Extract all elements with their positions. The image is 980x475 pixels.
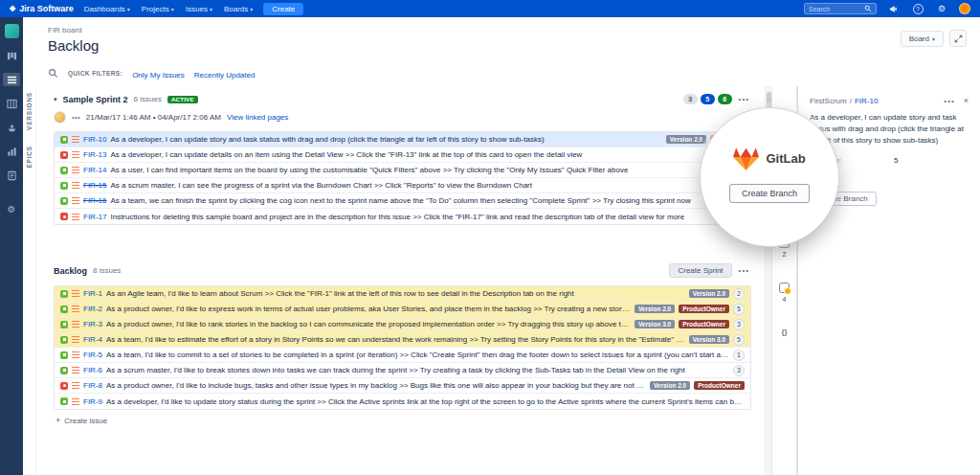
issue-summary: Instructions for deleting this sample bo… — [110, 213, 745, 221]
issue-row[interactable]: FIR-2As a product owner, I'd like to exp… — [55, 302, 750, 317]
detail-issue-key-link[interactable]: FIR-10 — [855, 97, 878, 105]
glance-links[interactable]: 4 — [772, 283, 796, 303]
issue-key-link[interactable]: FIR-4 — [83, 335, 102, 344]
create-issue-label: Create issue — [64, 417, 107, 425]
releases-ship-icon[interactable] — [3, 121, 20, 134]
expand-icon — [954, 34, 963, 43]
backlog-main: ▾ Sample Sprint 2 6 issues ACTIVE 356 ••… — [36, 86, 765, 475]
topnav-menus: Dashboards▾Projects▾Issues▾Boards▾ — [84, 5, 254, 13]
estimate-value[interactable]: 5 — [894, 156, 898, 165]
backlog-icon[interactable] — [3, 73, 20, 86]
jira-logo[interactable]: ◆ Jira Software — [10, 4, 74, 13]
detail-more-icon[interactable]: ••• — [942, 97, 956, 105]
backlog-issue-count: 8 issues — [93, 266, 121, 275]
announcements-icon[interactable] — [887, 2, 901, 15]
create-issue-button[interactable]: + Create issue — [54, 416, 751, 425]
owner-lozenge: ProductOwner — [679, 320, 729, 328]
collapse-caret-icon[interactable]: ▾ — [54, 96, 57, 103]
project-avatar[interactable] — [5, 24, 19, 38]
quick-filter-link[interactable]: Only My Issues — [132, 71, 185, 79]
detail-panel-actions: ••• × — [942, 96, 969, 105]
issue-summary: As a developer, I can update story and t… — [110, 135, 661, 144]
sprint-issue-list: FIR-10As a developer, I can update story… — [54, 131, 751, 225]
issue-row[interactable]: FIR-10As a developer, I can update story… — [55, 132, 750, 147]
vertical-tab-versions[interactable]: VERSIONS — [26, 92, 33, 130]
issue-key-link[interactable]: FIR-17 — [83, 213, 106, 221]
breadcrumb[interactable]: FIR board — [48, 26, 967, 34]
issue-row[interactable]: FIR-4As a team, I'd like to estimate the… — [55, 332, 750, 348]
quick-filters-label: QUICK FILTERS: — [68, 70, 122, 77]
app-sidebar: ⚙ — [0, 17, 23, 475]
issue-row[interactable]: FIR-13As a developer, I can update detai… — [55, 147, 750, 163]
issue-key-link[interactable]: FIR-9 — [83, 397, 102, 406]
issue-row[interactable]: FIR-3As a product owner, I'd like to ran… — [55, 317, 750, 332]
issue-row[interactable]: FIR-14As a user, I can find important it… — [55, 163, 750, 178]
create-button[interactable]: Create — [263, 3, 303, 15]
assignee-avatar[interactable] — [54, 111, 66, 124]
issue-key-link[interactable]: FIR-13 — [83, 150, 106, 159]
view-linked-pages-link[interactable]: View linked pages — [227, 113, 288, 122]
issue-row[interactable]: FIR-9As a developer, I'd like to update … — [55, 394, 750, 409]
fullscreen-toggle-button[interactable] — [949, 30, 967, 47]
board-settings-gear-icon[interactable]: ⚙ — [8, 204, 16, 215]
create-sprint-button[interactable]: Create Sprint — [669, 263, 731, 278]
issue-row[interactable]: FIR-6As a scrum master, I'd like to brea… — [55, 363, 750, 378]
search-placeholder: Search — [809, 6, 830, 12]
issue-key-link[interactable]: FIR-5 — [83, 351, 102, 359]
backlog-name: Backlog — [54, 266, 87, 276]
brand-name: Jira Software — [19, 4, 74, 13]
issue-key-link[interactable]: FIR-8 — [83, 381, 102, 390]
gitlab-brand: GitLab — [733, 147, 805, 170]
nav-menu-boards[interactable]: Boards▾ — [224, 5, 253, 13]
help-icon[interactable]: ? — [911, 2, 924, 15]
avatar-overflow-icon[interactable]: ••• — [72, 114, 80, 121]
glance-code[interactable]: {} — [772, 328, 796, 336]
issue-row[interactable]: FIR-15As a scrum master, I can see the p… — [55, 178, 750, 193]
issue-key-link[interactable]: FIR-10 — [83, 135, 106, 144]
issue-row[interactable]: FIR-8As a product owner, I'd like to inc… — [55, 378, 750, 394]
detail-project-link[interactable]: FirstScrum — [810, 97, 847, 105]
detail-panel-header: FirstScrum / FIR-10 ••• × — [810, 96, 969, 105]
vertical-tab-epics[interactable]: EPICS — [26, 146, 33, 169]
issue-summary: As an Agile team, I'd like to learn abou… — [106, 289, 685, 298]
sprint-more-icon[interactable]: ••• — [737, 95, 751, 103]
issue-row[interactable]: FIR-1As an Agile team, I'd like to learn… — [55, 286, 750, 302]
nav-menu-issues[interactable]: Issues▾ — [186, 5, 212, 13]
close-icon[interactable]: × — [964, 96, 969, 105]
sprint-issue-count: 6 issues — [134, 95, 162, 103]
issue-key-link[interactable]: FIR-16 — [83, 196, 106, 205]
issue-key-link[interactable]: FIR-1 — [83, 289, 102, 298]
issue-key-link[interactable]: FIR-15 — [83, 181, 106, 190]
panel-tabs: VERSIONSEPICS — [23, 86, 36, 475]
nav-menu-dashboards[interactable]: Dashboards▾ — [84, 5, 130, 13]
quick-filters: Only My IssuesRecently Updated — [132, 64, 264, 81]
priority-icon — [72, 336, 79, 343]
active-sprints-icon[interactable] — [3, 97, 20, 110]
issue-row[interactable]: FIR-16As a team, we can finish the sprin… — [55, 193, 750, 209]
issue-row[interactable]: FIR-17Instructions for deleting this sam… — [55, 209, 750, 224]
user-avatar[interactable] — [959, 3, 970, 14]
jira-logo-icon: ◆ — [10, 5, 15, 12]
quick-filter-link[interactable]: Recently Updated — [194, 71, 256, 79]
board-grid-icon[interactable] — [3, 49, 20, 62]
issue-key-link[interactable]: FIR-3 — [83, 320, 102, 328]
sprint-count-badge-inprogress: 5 — [701, 94, 715, 104]
caret-down-icon: ▾ — [210, 6, 212, 12]
search-input[interactable]: Search — [804, 3, 877, 14]
board-button-label: Board — [909, 34, 929, 43]
issue-summary: As a product owner, I'd like to express … — [106, 305, 631, 313]
create-branch-button-zoomed[interactable]: Create Branch — [729, 184, 810, 203]
settings-gear-icon[interactable]: ⚙ — [935, 2, 948, 15]
issue-key-link[interactable]: FIR-6 — [83, 366, 102, 374]
board-menu-button[interactable]: Board ▾ — [901, 31, 944, 47]
issue-row[interactable]: FIR-5As a team, I'd like to commit to a … — [55, 348, 750, 363]
bug-issue-icon — [60, 213, 68, 220]
nav-menu-projects[interactable]: Projects▾ — [142, 5, 174, 13]
issue-key-link[interactable]: FIR-14 — [83, 166, 106, 174]
backlog-more-icon[interactable]: ••• — [737, 266, 751, 275]
filter-search-icon[interactable] — [48, 68, 58, 79]
reports-chart-icon[interactable] — [3, 145, 20, 158]
pages-icon[interactable] — [3, 169, 20, 182]
issue-key-link[interactable]: FIR-2 — [83, 305, 102, 313]
story-issue-icon — [60, 167, 68, 174]
